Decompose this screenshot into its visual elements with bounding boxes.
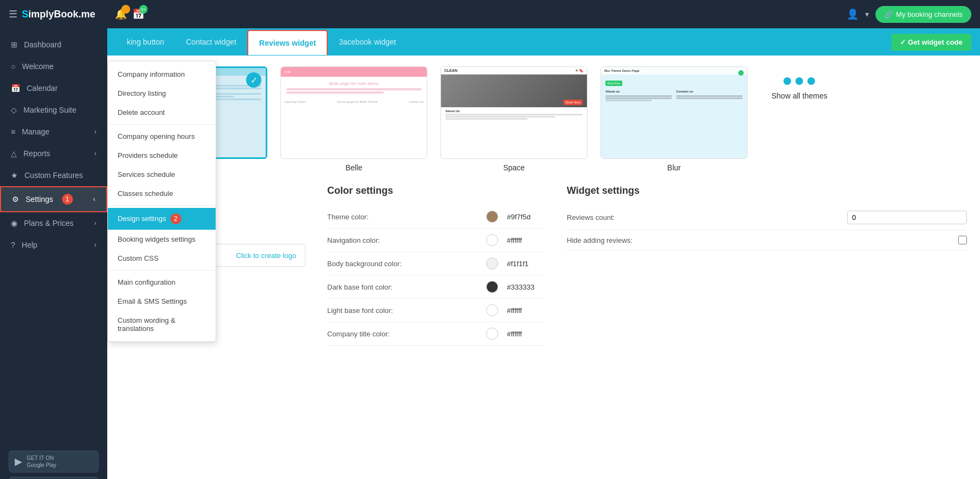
- manage-icon: ≡: [11, 127, 15, 136]
- google-play-icon: ▶: [15, 456, 22, 468]
- dropdown-item-providers-schedule[interactable]: Providers schedule: [108, 146, 216, 165]
- dot-3: [807, 77, 815, 85]
- reports-arrow: ›: [94, 150, 96, 157]
- fiverr-create-logo-link[interactable]: Click to create logo: [236, 251, 296, 260]
- dropdown-item-booking-widgets[interactable]: Booking widgets settings: [108, 230, 216, 249]
- logo-area: ☰ SimplyBook.me: [9, 8, 95, 20]
- sidebar-item-dashboard[interactable]: ⊞ Dashboard: [0, 34, 107, 56]
- color-row-theme: Theme color: #9f7f5d: [327, 205, 545, 229]
- sidebar-item-calendar[interactable]: 📅 Calendar: [0, 77, 107, 99]
- content-area: Opening Hours: [107, 56, 980, 479]
- tab-facebook-widget[interactable]: 3acebook widget: [328, 30, 407, 54]
- get-widget-code-button[interactable]: ✓ Get widget code: [891, 34, 971, 51]
- marketing-icon: ◇: [11, 106, 17, 114]
- dots-row: [783, 77, 815, 85]
- company-title-label: Company title color:: [327, 330, 477, 338]
- widget-settings-col: Widget settings Reviews count: Hide addi…: [567, 185, 967, 250]
- tab-reviews-widget[interactable]: Reviews widget: [247, 30, 328, 55]
- calendar-badge: 0+: [139, 5, 148, 14]
- dark-font-swatch[interactable]: [486, 281, 498, 293]
- settings-arrow: ‹: [93, 195, 95, 203]
- reports-icon: △: [11, 149, 17, 158]
- welcome-icon: ○: [11, 62, 15, 71]
- sidebar-bottom: ▶ GET IT ONGoogle Play 🍎 GET IT ONApp St…: [0, 442, 107, 479]
- show-all-label: Show all themes: [771, 91, 828, 100]
- dark-font-value: #333333: [507, 283, 545, 291]
- dropdown-item-delete-account[interactable]: Delete account: [108, 103, 216, 122]
- belle-theme-name: Belle: [280, 163, 427, 172]
- company-title-value: #ffffff: [507, 330, 545, 338]
- color-row-body-bg: Body background color: #f1f1f1: [327, 252, 545, 275]
- link-icon: 🔗: [884, 10, 893, 19]
- plans-icon: ◉: [11, 219, 17, 228]
- theme-card-belle[interactable]: hello Belle page for hello demo Opening …: [280, 66, 427, 172]
- sidebar-item-help[interactable]: ? Help ›: [0, 234, 107, 256]
- header-right: 👤 ▾ 🔗 My booking channels: [847, 6, 971, 23]
- settings-badge: 1: [62, 194, 73, 205]
- dropdown-item-custom-css[interactable]: Custom CSS: [108, 249, 216, 268]
- company-title-swatch[interactable]: [486, 328, 498, 340]
- app-store-badge[interactable]: 🍎 GET IT ONApp Store: [9, 477, 99, 479]
- blur-theme-name: Blur: [601, 163, 748, 172]
- light-font-swatch[interactable]: [486, 304, 498, 316]
- main-content: king button Contact widget Reviews widge…: [107, 28, 980, 479]
- sidebar-item-manage[interactable]: ≡ Manage ›: [0, 121, 107, 143]
- calendar-icon[interactable]: 📅 0+: [132, 8, 144, 20]
- topbar: king button Contact widget Reviews widge…: [107, 28, 980, 56]
- theme-card-blur[interactable]: Blur Theme Demo Page Book Now About us: [601, 66, 748, 172]
- user-dropdown-arrow[interactable]: ▾: [865, 10, 869, 19]
- light-font-label: Light base font color:: [327, 306, 477, 315]
- app-header: ☰ SimplyBook.me 🔔 📅 0+ 👤 ▾ 🔗 My booking …: [0, 0, 980, 28]
- dot-1: [783, 77, 791, 85]
- hamburger-icon[interactable]: ☰: [9, 8, 17, 20]
- sidebar-item-marketing[interactable]: ◇ Marketing Suite: [0, 99, 107, 121]
- dropdown-item-directory-listing[interactable]: Directory listing: [108, 84, 216, 103]
- notification-area: 🔔 📅 0+: [115, 8, 144, 20]
- navigation-color-value: #ffffff: [507, 236, 545, 244]
- show-all-themes-btn[interactable]: Show all themes: [761, 66, 838, 111]
- bell-icon[interactable]: 🔔: [115, 8, 127, 20]
- navigation-color-swatch[interactable]: [486, 234, 498, 246]
- dropdown-item-classes-schedule[interactable]: Classes schedule: [108, 184, 216, 203]
- settings-icon: ⚙: [12, 195, 19, 204]
- reviews-count-input[interactable]: [847, 211, 967, 224]
- theme-card-space[interactable]: CLEAN ≡ 🔖 Book Now About Us: [440, 66, 587, 172]
- sidebar: ⊞ Dashboard ○ Welcome 📅 Calendar ◇ Marke…: [0, 28, 107, 479]
- help-arrow: ›: [94, 241, 96, 249]
- sidebar-item-plans[interactable]: ◉ Plans & Prices ›: [0, 212, 107, 234]
- hide-adding-reviews-row: Hide adding reviews:: [567, 230, 967, 250]
- dropdown-item-email-sms[interactable]: Email & SMS Settings: [108, 292, 216, 311]
- light-font-value: #ffffff: [507, 306, 545, 315]
- blur-preview: Blur Theme Demo Page Book Now About us: [601, 66, 748, 159]
- color-settings-col: Color settings Theme color: #9f7f5d Navi…: [327, 185, 545, 346]
- tab-booking-button[interactable]: king button: [116, 30, 175, 54]
- user-icon[interactable]: 👤: [847, 8, 859, 20]
- dropdown-item-custom-wording[interactable]: Custom wording & translations: [108, 311, 216, 338]
- manage-arrow: ›: [94, 128, 96, 136]
- tab-contact-widget[interactable]: Contact widget: [175, 30, 248, 54]
- sidebar-item-reports[interactable]: △ Reports ›: [0, 143, 107, 164]
- sidebar-item-settings[interactable]: ⚙ Settings 1 ‹: [0, 186, 107, 212]
- hide-adding-reviews-checkbox[interactable]: [958, 236, 967, 244]
- google-play-badge[interactable]: ▶ GET IT ONGoogle Play: [9, 451, 99, 472]
- belle-preview: hello Belle page for hello demo Opening …: [280, 66, 427, 159]
- color-row-navigation: Navigation color: #ffffff: [327, 229, 545, 252]
- space-theme-name: Space: [440, 163, 587, 172]
- body-bg-value: #f1f1f1: [507, 260, 545, 268]
- dropdown-item-main-config[interactable]: Main configuration: [108, 273, 216, 292]
- body-bg-label: Body background color:: [327, 260, 477, 268]
- sidebar-item-custom-features[interactable]: ★ Custom Features: [0, 164, 107, 186]
- notification-badge: [121, 5, 130, 14]
- dropdown-item-services-schedule[interactable]: Services schedule: [108, 165, 216, 184]
- reviews-count-label: Reviews count:: [567, 213, 838, 222]
- plans-arrow: ›: [94, 219, 96, 227]
- theme-color-swatch[interactable]: [486, 211, 498, 223]
- dropdown-item-design-settings[interactable]: Design settings 2: [108, 208, 216, 230]
- booking-channels-button[interactable]: 🔗 My booking channels: [875, 6, 971, 23]
- google-play-label: GET IT ONGoogle Play: [27, 455, 56, 469]
- body-bg-swatch[interactable]: [486, 257, 498, 269]
- dropdown-item-opening-hours[interactable]: Company opening hours: [108, 127, 216, 146]
- dropdown-item-company-info[interactable]: Company information: [108, 65, 216, 84]
- sidebar-item-welcome[interactable]: ○ Welcome: [0, 56, 107, 77]
- color-row-company-title: Company title color: #ffffff: [327, 322, 545, 346]
